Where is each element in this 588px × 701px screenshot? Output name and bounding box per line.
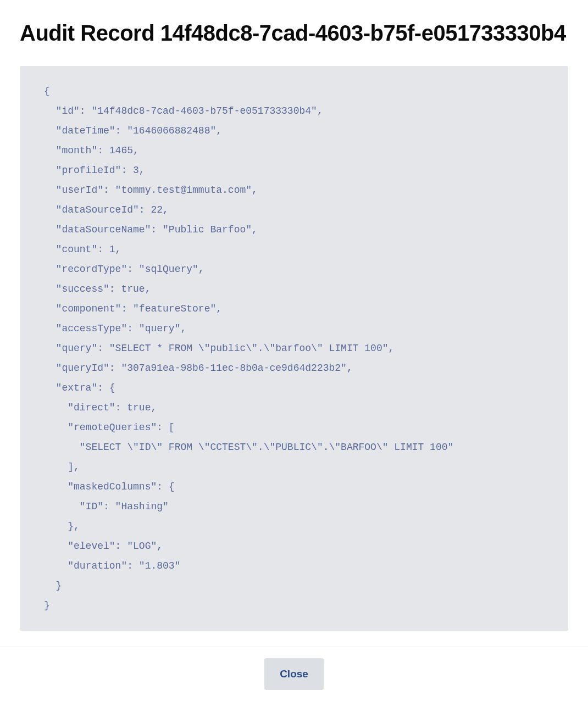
modal-footer: Close (0, 646, 588, 701)
close-button[interactable]: Close (264, 658, 324, 690)
audit-record-json: { "id": "14f48dc8-7cad-4603-b75f-e051733… (20, 66, 568, 631)
modal-content-scroll[interactable]: Audit Record 14f48dc8-7cad-4603-b75f-e05… (0, 0, 588, 701)
page-title: Audit Record 14f48dc8-7cad-4603-b75f-e05… (20, 20, 568, 46)
